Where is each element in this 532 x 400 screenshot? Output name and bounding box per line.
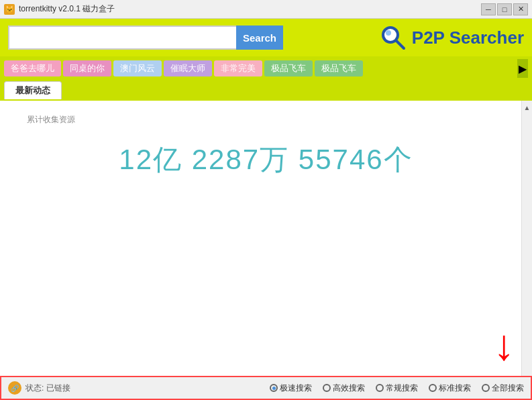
radio-standard[interactable] xyxy=(429,384,437,392)
tag-jipin2[interactable]: 极品飞车 xyxy=(315,60,363,77)
option-normal[interactable]: 常规搜索 xyxy=(376,383,418,394)
close-button[interactable]: ✕ xyxy=(513,3,528,15)
maximize-button[interactable]: □ xyxy=(497,3,512,15)
radio-normal[interactable] xyxy=(376,384,384,392)
logo-text: P2P Searcher xyxy=(412,28,524,48)
tag-baba[interactable]: 爸爸去哪儿 xyxy=(4,60,61,77)
titlebar: 🐱 torrentkitty v2.0.1 磁力盒子 ─ □ ✕ xyxy=(0,0,532,19)
window-title: torrentkitty v2.0.1 磁力盒子 xyxy=(19,3,115,15)
tags-bar: 爸爸去哪儿 同桌的你 澳门风云 催眠大师 非常完美 极品飞车 极品飞车 ▶ xyxy=(0,56,532,81)
option-standard-label: 标准搜索 xyxy=(439,383,471,394)
cumulative-label: 累计收集资源 xyxy=(27,114,75,126)
status-right: 极速搜索 高效搜索 常规搜索 标准搜索 全部搜索 xyxy=(270,383,524,394)
search-right: P2P Searcher xyxy=(380,24,524,51)
status-text: 状态: 已链接 xyxy=(25,383,70,394)
option-fast-label: 极速搜索 xyxy=(280,383,312,394)
radio-fast[interactable] xyxy=(270,384,278,392)
search-left: Search xyxy=(8,26,283,50)
tag-cuimian[interactable]: 催眠大师 xyxy=(164,60,212,77)
option-all-label: 全部搜索 xyxy=(492,383,524,394)
titlebar-left: 🐱 torrentkitty v2.0.1 磁力盒子 xyxy=(4,3,115,15)
radio-all[interactable] xyxy=(482,384,490,392)
svg-point-1 xyxy=(384,29,396,41)
app-window: 🐱 torrentkitty v2.0.1 磁力盒子 ─ □ ✕ Search … xyxy=(0,0,532,400)
content-area: ▲ 累计收集资源 12亿 2287万 55746个 ↓ xyxy=(0,101,532,400)
svg-text:🔗: 🔗 xyxy=(11,384,19,393)
tab-bar: 最新动态 xyxy=(0,81,532,101)
magnifier-icon xyxy=(380,24,407,51)
search-input[interactable] xyxy=(8,26,236,50)
search-button[interactable]: Search xyxy=(236,26,283,50)
option-efficient-label: 高效搜索 xyxy=(333,383,365,394)
tag-jipin1[interactable]: 极品飞车 xyxy=(264,60,313,77)
svg-point-3 xyxy=(386,30,391,36)
svg-line-2 xyxy=(396,41,404,48)
radio-efficient[interactable] xyxy=(323,384,331,392)
tag-aomen[interactable]: 澳门风云 xyxy=(113,60,162,77)
option-normal-label: 常规搜索 xyxy=(386,383,418,394)
status-icon: 🔗 xyxy=(8,381,21,395)
status-bar: 🔗 状态: 已链接 极速搜索 高效搜索 常规搜索 标准搜索 xyxy=(0,376,532,400)
minimize-button[interactable]: ─ xyxy=(481,3,496,15)
search-area: Search P2P Searcher xyxy=(0,19,532,56)
titlebar-controls: ─ □ ✕ xyxy=(481,3,528,15)
status-left: 🔗 状态: 已链接 xyxy=(8,381,89,395)
option-all[interactable]: 全部搜索 xyxy=(482,383,524,394)
option-standard[interactable]: 标准搜索 xyxy=(429,383,471,394)
option-fast[interactable]: 极速搜索 xyxy=(270,383,312,394)
tag-feichang[interactable]: 非常完美 xyxy=(214,60,262,77)
tag-tongzhuo[interactable]: 同桌的你 xyxy=(63,60,111,77)
option-efficient[interactable]: 高效搜索 xyxy=(323,383,365,394)
red-arrow-icon: ↓ xyxy=(493,323,515,366)
app-icon: 🐱 xyxy=(4,4,15,15)
main-content: ▲ 累计收集资源 12亿 2287万 55746个 ↓ xyxy=(0,101,532,400)
tab-latest[interactable]: 最新动态 xyxy=(4,81,62,99)
scroll-up-arrow[interactable]: ▲ xyxy=(522,101,533,114)
big-number: 12亿 2287万 55746个 xyxy=(0,141,532,179)
tags-scroll-button[interactable]: ▶ xyxy=(517,59,528,78)
